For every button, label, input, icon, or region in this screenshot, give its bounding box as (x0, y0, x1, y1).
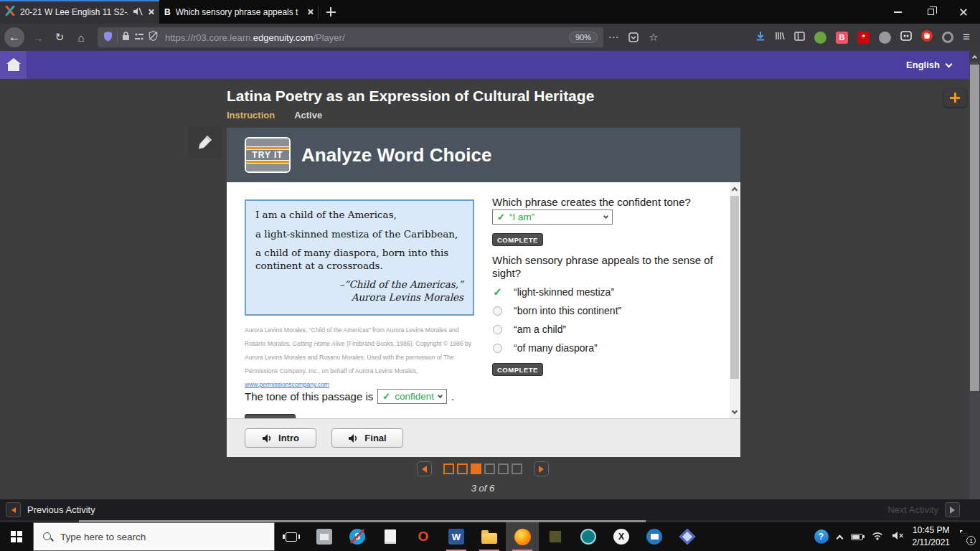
taskbar-app-virtualbox[interactable] (671, 522, 704, 551)
lock-icon[interactable] (122, 31, 130, 44)
tab-close-icon[interactable] (148, 9, 154, 15)
extension-blocker-hand-icon[interactable] (921, 30, 933, 44)
attribution-line: Aurora Levins Morales (255, 291, 463, 304)
taskbar-clock[interactable]: 10:45 PM 2/11/2021 (913, 524, 951, 549)
back-button[interactable]: ← (4, 27, 24, 47)
slide-square[interactable] (498, 463, 509, 474)
scroll-up-button[interactable] (969, 51, 980, 62)
taskbar-app-notepad[interactable] (374, 522, 407, 551)
forward-button[interactable]: → (27, 27, 49, 48)
sidebar-button[interactable] (794, 31, 805, 44)
question1-dropdown[interactable]: ✓ “I am” (492, 209, 613, 225)
minimize-button[interactable] (881, 0, 914, 24)
language-label: English (906, 60, 940, 70)
page-vertical-scrollbar[interactable] (969, 51, 980, 522)
taskbar-app-photos[interactable] (308, 522, 341, 551)
tone-dropdown[interactable]: ✓ confident (377, 389, 447, 404)
home-button[interactable]: ⌂ (70, 27, 92, 48)
option-row[interactable]: “born into this continent” (492, 301, 621, 320)
task-view-icon (286, 532, 297, 542)
taskbar-app-office[interactable]: O (407, 522, 440, 551)
scroll-up-button[interactable] (730, 183, 740, 194)
activity-content: I am a child of the Americas, a light-sk… (227, 182, 740, 418)
add-tools-button[interactable] (943, 88, 966, 107)
option-row[interactable]: “of many diaspora” (492, 339, 621, 357)
close-button[interactable] (947, 0, 980, 24)
slide-square-visited[interactable] (457, 463, 468, 474)
scroll-down-button[interactable] (730, 406, 740, 418)
scrollbar-thumb[interactable] (730, 196, 739, 379)
new-tab-button[interactable] (319, 0, 343, 24)
final-audio-button[interactable]: Final (331, 428, 403, 448)
permissions-link[interactable]: www.permissionscompany.com (245, 381, 329, 388)
pocket-button[interactable] (623, 32, 644, 42)
address-bar[interactable]: https://r03.core.learn.edgenuity.com/Pla… (98, 27, 603, 47)
notification-center-button[interactable]: 1 (958, 530, 973, 543)
extension-ring-icon[interactable] (942, 32, 953, 43)
radio-button[interactable] (492, 344, 503, 353)
taskbar-app-game[interactable] (539, 522, 572, 551)
volume-muted-icon[interactable] (892, 530, 904, 543)
slide-square-visited[interactable] (443, 463, 454, 474)
taskbar-app-explorer[interactable] (473, 522, 506, 551)
permissions-icon[interactable] (134, 31, 144, 44)
taskbar-app-word[interactable]: W (440, 522, 473, 551)
next-activity-button[interactable] (945, 502, 960, 517)
menu-hamburger-button[interactable]: ≡ (963, 30, 970, 44)
extension-face-icon[interactable] (879, 32, 891, 44)
taskbar-app-firefox[interactable] (506, 522, 539, 551)
url-text[interactable]: https://r03.core.learn.edgenuity.com/Pla… (165, 32, 565, 43)
page-zoom-badge[interactable]: 90% (569, 32, 598, 43)
tab-title: Which sensory phrase appeals t (176, 7, 302, 17)
taskbar-search-box[interactable]: Type here to search (33, 522, 275, 551)
tray-expand-chevron-icon[interactable] (836, 534, 843, 542)
tracking-shield-icon[interactable] (103, 31, 113, 44)
tab-active[interactable]: Active (294, 110, 322, 121)
restore-button[interactable] (914, 0, 947, 24)
task-view-button[interactable] (275, 522, 308, 551)
intro-audio-button[interactable]: Intro (245, 428, 316, 448)
speaker-icon (262, 433, 273, 443)
slide-square[interactable] (512, 463, 522, 474)
content-scrollbar[interactable] (730, 182, 740, 418)
radio-button[interactable] (492, 306, 503, 316)
tab-brainly[interactable]: B Which sensory phrase appeals t (159, 0, 319, 24)
previous-activity-button[interactable] (6, 502, 21, 517)
previous-activity-label[interactable]: Previous Activity (27, 504, 95, 515)
downloads-button[interactable] (755, 31, 765, 44)
tab-muted-speaker-icon[interactable] (133, 6, 143, 19)
reload-button[interactable]: ↻ (49, 27, 70, 48)
battery-icon[interactable] (851, 534, 863, 540)
attribution-line: –“Child of the Americas,” (255, 278, 463, 291)
tab-instruction[interactable]: Instruction (227, 110, 275, 121)
extension-robot-icon[interactable] (900, 31, 912, 44)
radio-button[interactable] (492, 325, 503, 334)
previous-slide-button[interactable] (417, 461, 432, 476)
wifi-icon[interactable] (872, 530, 883, 543)
extension-frog-icon[interactable] (814, 32, 826, 44)
get-help-icon[interactable]: ? (814, 529, 829, 544)
extension-wand-icon[interactable]: * (857, 32, 870, 44)
annotation-pencil-button[interactable] (188, 126, 222, 158)
taskbar-app-teal[interactable] (572, 522, 605, 551)
library-button[interactable] (775, 31, 785, 44)
shield-off-icon[interactable] (149, 31, 158, 44)
next-slide-button[interactable] (534, 461, 549, 476)
slide-square-current[interactable] (471, 463, 481, 474)
language-selector[interactable]: English (906, 51, 951, 79)
scrollbar-thumb[interactable] (970, 65, 979, 391)
tab-edgenuity[interactable]: 20-21 W Lee English 11 S2-A (0, 0, 159, 24)
edgenuity-favicon (5, 6, 15, 19)
taskbar-app-xbox[interactable]: X (605, 522, 638, 551)
slide-square[interactable] (484, 463, 495, 474)
taskbar-app-bluepc[interactable] (638, 522, 671, 551)
bookmark-star-button[interactable]: ☆ (644, 31, 664, 44)
option-row[interactable]: ✓ “light-skinned mestiza” (492, 283, 621, 301)
tab-close-icon[interactable] (307, 9, 314, 15)
extension-brainly-icon[interactable]: B (836, 32, 848, 44)
taskbar-app-call[interactable]: S (341, 522, 374, 551)
page-actions-ellipsis-button[interactable]: ⋯ (603, 31, 623, 44)
player-home-button[interactable] (0, 51, 27, 79)
start-button[interactable] (0, 522, 33, 551)
option-row[interactable]: “am a child” (492, 320, 621, 339)
